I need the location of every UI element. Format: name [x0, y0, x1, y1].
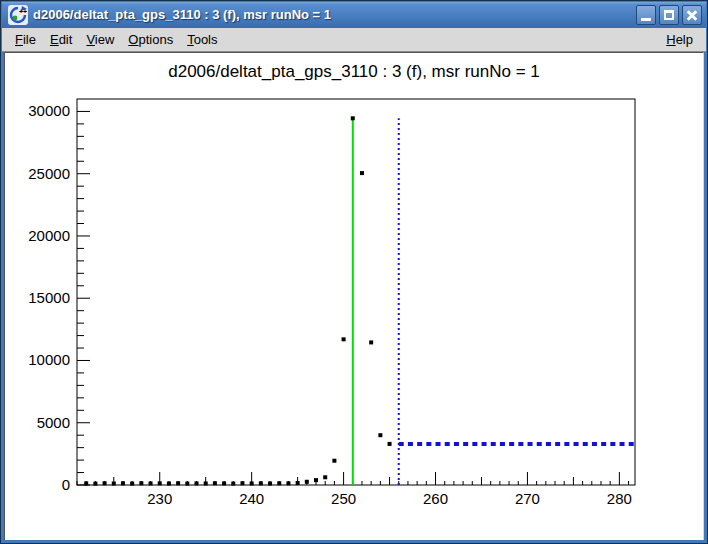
root-logo-icon: ++ — [8, 5, 28, 25]
data-point — [314, 478, 318, 482]
plot-frame — [77, 99, 635, 485]
y-axis-tick-label: 5000 — [37, 414, 70, 431]
x-axis-tick-label: 260 — [423, 490, 448, 507]
data-point — [149, 481, 153, 485]
menu-items-right: Help — [659, 29, 700, 50]
data-point — [222, 481, 226, 485]
close-button[interactable] — [682, 5, 702, 25]
data-point — [268, 482, 272, 486]
data-point — [305, 480, 309, 484]
menu-item-tools[interactable]: Tools — [180, 29, 224, 50]
x-axis-tick-label: 280 — [607, 490, 632, 507]
menu-item-edit[interactable]: Edit — [43, 29, 79, 50]
data-point — [185, 482, 189, 486]
y-axis-tick-label: 20000 — [28, 227, 70, 244]
data-point — [351, 116, 355, 120]
data-point — [204, 481, 208, 485]
data-point — [277, 481, 281, 485]
data-point — [360, 171, 364, 175]
data-point — [259, 481, 263, 485]
window-title: d2006/deltat_pta_gps_3110 : 3 (f), msr r… — [33, 2, 636, 28]
menu-item-help[interactable]: Help — [659, 29, 700, 50]
data-point — [213, 481, 217, 485]
data-point — [240, 481, 244, 485]
data-point — [250, 481, 254, 485]
maximize-button[interactable] — [659, 5, 679, 25]
x-axis-tick-label: 270 — [515, 490, 540, 507]
data-point — [112, 482, 116, 486]
window-titlebar[interactable]: ++ d2006/deltat_pta_gps_3110 : 3 (f), ms… — [2, 2, 706, 28]
data-point — [176, 481, 180, 485]
svg-text:++: ++ — [19, 8, 27, 15]
y-axis-tick-label: 10000 — [28, 351, 70, 368]
window-controls — [636, 5, 702, 25]
data-point — [195, 481, 199, 485]
data-point — [93, 482, 97, 486]
data-point — [158, 481, 162, 485]
data-point — [323, 475, 327, 479]
y-axis-tick-label: 0 — [62, 476, 70, 493]
root-canvas-window: ++ d2006/deltat_pta_gps_3110 : 3 (f), ms… — [0, 0, 708, 544]
x-axis-tick-label: 250 — [331, 490, 356, 507]
data-point — [139, 481, 143, 485]
minimize-button[interactable] — [636, 5, 656, 25]
data-point — [103, 481, 107, 485]
x-axis-tick-label: 230 — [147, 490, 172, 507]
y-axis-tick-label: 25000 — [28, 165, 70, 182]
menu-item-view[interactable]: View — [79, 29, 121, 50]
data-point — [130, 482, 134, 486]
plot-area[interactable]: 2302402502602702800500010000150002000025… — [5, 53, 705, 539]
y-axis-tick-label: 15000 — [28, 289, 70, 306]
x-axis-tick-label: 240 — [239, 490, 264, 507]
data-point — [121, 481, 125, 485]
menu-item-file[interactable]: File — [8, 29, 43, 50]
minimize-icon — [641, 18, 651, 21]
data-point — [369, 340, 373, 344]
data-point — [388, 442, 392, 446]
menu-item-options[interactable]: Options — [121, 29, 180, 50]
data-point — [378, 433, 382, 437]
data-point — [342, 337, 346, 341]
maximize-icon — [664, 10, 674, 20]
data-point — [167, 482, 171, 486]
menu-bar: FileEditViewOptionsTools Help — [2, 28, 706, 52]
plot-canvas[interactable]: d2006/deltat_pta_gps_3110 : 3 (f), msr r… — [4, 52, 704, 540]
y-axis-tick-label: 30000 — [28, 102, 70, 119]
data-point — [84, 481, 88, 485]
data-point — [332, 459, 336, 463]
data-point — [296, 481, 300, 485]
menu-items-left: FileEditViewOptionsTools — [8, 29, 225, 50]
data-point — [231, 482, 235, 486]
data-point — [286, 481, 290, 485]
plot-title: d2006/deltat_pta_gps_3110 : 3 (f), msr r… — [5, 62, 703, 82]
